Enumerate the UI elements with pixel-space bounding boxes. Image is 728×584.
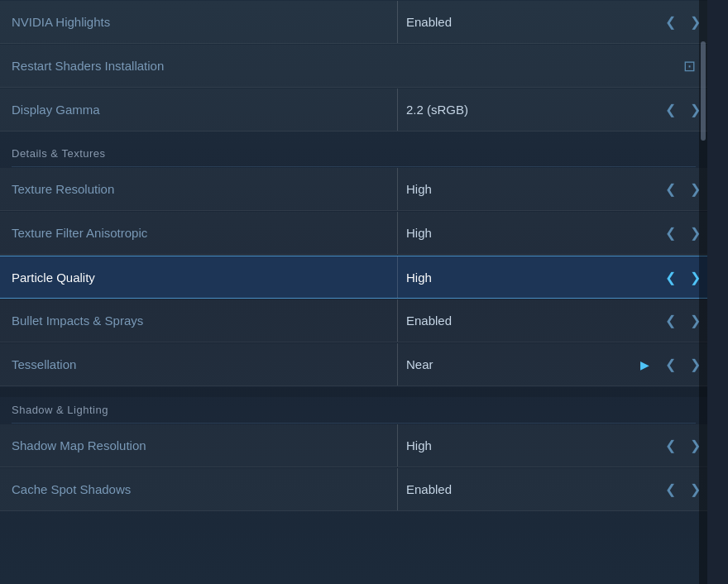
tessellation-label: Tessellation [0, 357, 397, 371]
bullet-impacts-value: Enabled [406, 314, 658, 328]
details-textures-header: Details & Textures [0, 141, 707, 166]
settings-list: NVIDIA Highlights Enabled ❮ ❯ Restart Sh… [0, 1, 707, 511]
details-textures-divider [12, 166, 696, 167]
cache-spot-shadows-value: Enabled [406, 482, 658, 496]
restart-shaders-row[interactable]: Restart Shaders Installation ⊡ [0, 45, 707, 88]
texture-resolution-value-area: High ❮ ❯ [397, 168, 707, 210]
display-gamma-label: Display Gamma [0, 103, 397, 117]
texture-resolution-left-arrow[interactable]: ❮ [658, 168, 682, 210]
section-spacer [0, 387, 707, 397]
shadow-map-resolution-value-area: High ❮ ❯ [397, 424, 707, 467]
particle-quality-label: Particle Quality [0, 270, 397, 285]
bullet-impacts-row[interactable]: Bullet Impacts & Sprays Enabled ❮ ❯ [0, 299, 707, 342]
texture-filter-value-area: High ❮ ❯ [397, 212, 707, 254]
cache-spot-shadows-row[interactable]: Cache Spot Shadows Enabled ❮ ❯ [0, 468, 707, 511]
bullet-impacts-label: Bullet Impacts & Sprays [0, 314, 397, 328]
nvidia-highlights-row[interactable]: NVIDIA Highlights Enabled ❮ ❯ [0, 1, 707, 44]
external-link-icon: ⊡ [683, 57, 696, 75]
display-gamma-left-arrow[interactable]: ❮ [658, 89, 682, 131]
scrollbar[interactable] [699, 0, 707, 584]
shadow-lighting-header: Shadow & Lighting [0, 397, 707, 423]
particle-quality-row[interactable]: Particle Quality High ❮ ❯ [0, 256, 707, 299]
shadow-map-resolution-value: High [406, 438, 658, 452]
tessellation-value: Near [406, 357, 658, 371]
texture-filter-value: High [406, 226, 658, 240]
tessellation-left-arrow[interactable]: ❮ [658, 343, 682, 385]
texture-resolution-label: Texture Resolution [0, 182, 397, 196]
cache-spot-shadows-label: Cache Spot Shadows [0, 482, 397, 496]
scrollbar-thumb[interactable] [701, 41, 706, 141]
texture-filter-row[interactable]: Texture Filter Anisotropic High ❮ ❯ [0, 212, 707, 255]
cache-spot-shadows-value-area: Enabled ❮ ❯ [397, 468, 707, 510]
tessellation-value-area: Near ▶ ❮ ❯ [397, 343, 707, 385]
nvidia-highlights-label: NVIDIA Highlights [0, 15, 397, 29]
bullet-impacts-left-arrow[interactable]: ❮ [658, 299, 682, 342]
display-gamma-row[interactable]: Display Gamma 2.2 (sRGB) ❮ ❯ [0, 89, 707, 132]
texture-resolution-value: High [406, 182, 658, 196]
bullet-impacts-value-area: Enabled ❮ ❯ [397, 299, 707, 342]
shadow-map-resolution-row[interactable]: Shadow Map Resolution High ❮ ❯ [0, 424, 707, 467]
shadow-map-resolution-label: Shadow Map Resolution [0, 438, 397, 452]
display-gamma-value: 2.2 (sRGB) [406, 103, 658, 117]
tessellation-play-icon: ▶ [640, 358, 649, 371]
particle-quality-left-arrow[interactable]: ❮ [658, 256, 682, 298]
texture-filter-label: Texture Filter Anisotropic [0, 226, 397, 240]
shadow-lighting-divider [12, 423, 696, 424]
nvidia-highlights-value-area: Enabled ❮ ❯ [397, 1, 707, 43]
cache-spot-shadows-left-arrow[interactable]: ❮ [658, 468, 682, 510]
nvidia-highlights-value: Enabled [406, 15, 658, 29]
particle-quality-value-area: High ❮ ❯ [397, 256, 707, 298]
settings-panel: NVIDIA Highlights Enabled ❮ ❯ Restart Sh… [0, 0, 707, 584]
display-gamma-value-area: 2.2 (sRGB) ❮ ❯ [397, 89, 707, 131]
texture-resolution-row[interactable]: Texture Resolution High ❮ ❯ [0, 168, 707, 211]
particle-quality-value: High [406, 270, 658, 285]
tessellation-row[interactable]: Tessellation Near ▶ ❮ ❯ [0, 343, 707, 386]
texture-filter-left-arrow[interactable]: ❮ [658, 212, 682, 254]
shadow-map-resolution-left-arrow[interactable]: ❮ [658, 424, 682, 467]
restart-shaders-label: Restart Shaders Installation [0, 59, 683, 73]
nvidia-highlights-left-arrow[interactable]: ❮ [658, 1, 682, 43]
